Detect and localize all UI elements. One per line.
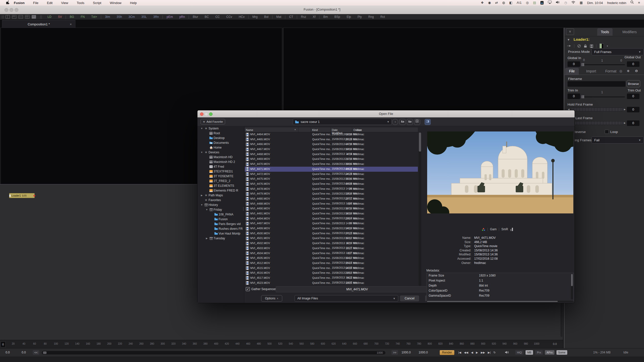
toggle-hiq[interactable]: HiQ — [515, 350, 524, 355]
wifi-icon[interactable] — [571, 0, 575, 6]
global-range-handle[interactable] — [583, 63, 584, 66]
tab-close-icon[interactable]: × — [70, 22, 72, 26]
tab-format[interactable]: Format — [601, 68, 620, 75]
sidebar-item-elements-fred-r[interactable]: Elements FRED R — [197, 188, 244, 193]
tab-file[interactable]: File — [565, 68, 579, 75]
sidebar-item-fusion[interactable]: Fusion — [197, 217, 244, 221]
tool-3Rn[interactable]: 3Rn — [153, 15, 159, 19]
process-mode-dropdown[interactable]: Full Frames▼ — [591, 48, 644, 55]
tool-Blur[interactable]: Blur — [193, 15, 198, 19]
filename-field[interactable] — [567, 81, 626, 87]
play-reverse-button[interactable]: ◀ — [471, 350, 473, 355]
sidebar-item-devices[interactable]: ▼★Devices — [197, 150, 244, 155]
file-row[interactable]: MVI_4468.MOV47,4 MBQuickTime mo...15/08/… — [245, 152, 418, 157]
sidebar-item-friday[interactable]: ▼Friday — [197, 207, 244, 212]
sidebar-item-favorites[interactable]: ★Favorites — [197, 198, 244, 202]
target-icon[interactable]: ◎ — [526, 0, 529, 6]
file-row[interactable]: MVI_4491.MOV183,8 MBQuickTime mo...15/08… — [245, 211, 418, 216]
file-row[interactable]: MVI_4523.MOV118,5 MBQuickTime mo...15/08… — [245, 281, 418, 286]
tool-Txt+[interactable]: Txt+ — [91, 15, 97, 19]
save-icon[interactable] — [590, 44, 593, 48]
toggle-prx[interactable]: Prx — [535, 350, 543, 355]
file-row[interactable]: MVI_4505.MOV104,2 MBQuickTime mo...15/08… — [245, 256, 418, 261]
sidebar-item-system[interactable]: ▼★System — [197, 126, 244, 131]
notification-center-icon[interactable]: ≡ — [638, 0, 640, 6]
menu-script[interactable]: Script — [93, 1, 101, 5]
menu-bar-username[interactable]: frederic robin — [607, 1, 626, 5]
sidebar-item-3t-yosemite[interactable]: 3T YOSEMITE — [197, 174, 244, 178]
trim-out-field[interactable]: 0 — [627, 93, 640, 99]
global-range-handle[interactable] — [582, 63, 583, 66]
tool-3Cm[interactable]: 3Cm — [129, 15, 135, 19]
file-row[interactable]: MVI_4475.MOV153,6 MBQuickTime mo...15/08… — [245, 176, 418, 182]
hold-first-frame-slider[interactable]: ◀▶ — [571, 108, 623, 111]
file-row[interactable]: MVI_4494.MOV239,4 MBQuickTime mo...15/08… — [245, 216, 418, 221]
tool-3Sh[interactable]: 3Sh — [116, 15, 122, 19]
tool-BG[interactable]: BG — [70, 15, 74, 19]
hold-last-frame-slider[interactable]: ◀▶ — [571, 121, 623, 125]
toolbar-grip[interactable] — [2, 15, 4, 19]
global-out-field[interactable]: 0 — [627, 61, 640, 67]
tab-tools[interactable]: Tools — [597, 28, 613, 36]
tool-CCv[interactable]: CCv — [226, 15, 232, 19]
chevron-down-icon[interactable]: ▼ — [567, 38, 570, 41]
file-row[interactable]: MVI_4488.MOV284 MBQuickTime mo...15/08/2… — [245, 201, 418, 206]
sidebar-item-tuesday[interactable]: ▶Tuesday — [197, 236, 244, 241]
volume-icon[interactable] — [556, 0, 560, 6]
cancel-button[interactable]: Cancel — [400, 295, 419, 302]
node-input-socket[interactable] — [9, 195, 11, 197]
trim-range-slider[interactable] — [582, 97, 625, 97]
gamma-toggle[interactable]: Gam — [490, 228, 497, 231]
toolbar-grip[interactable] — [40, 15, 42, 19]
menu-bar-clock[interactable]: Dim. 10:04 — [587, 1, 603, 5]
trim-range-handle[interactable] — [583, 95, 584, 98]
file-row[interactable]: MVI_4517.MOV96,3 MBQuickTime mo...15/08/… — [245, 276, 418, 281]
menu-edit[interactable]: Edit — [47, 1, 53, 5]
adobe-draw-icon[interactable]: A\1 — [517, 0, 522, 6]
hold-first-frame-field[interactable]: 0 — [627, 107, 640, 113]
dark-app-icon[interactable]: ▬ — [540, 1, 544, 5]
dropbox-icon[interactable]: ❖ — [481, 0, 484, 6]
add-favorite-button[interactable]: ★ Add Favorite — [200, 119, 225, 124]
sidebar-item-3textfred1[interactable]: 3TEXTFRED1 — [197, 169, 244, 174]
sidebar-item-root[interactable]: Root — [197, 131, 244, 135]
hold-last-frame-field[interactable]: 0 — [627, 120, 640, 126]
expander-open-icon[interactable]: ▼ — [205, 208, 209, 211]
options-button[interactable]: Options∧ — [261, 295, 282, 302]
lock-app-icon[interactable]: ◧ — [509, 0, 512, 6]
expander-closed-icon[interactable]: ▶ — [200, 194, 204, 197]
sidebar-item-3t-elements[interactable]: 3T ELEMENTS — [197, 183, 244, 188]
file-row[interactable]: MVI_4502.MOV82,9 MBQuickTime mo...15/08/… — [245, 241, 418, 246]
toggle-aprx[interactable]: APrx — [545, 350, 554, 355]
info-tab-icon[interactable]: ❶ — [635, 69, 638, 73]
sidebar-item-path-maps[interactable]: ▶★Path Maps — [197, 193, 244, 198]
global-in-field[interactable]: 0 — [567, 61, 580, 67]
metadata-scrollbar[interactable] — [571, 274, 573, 299]
file-row[interactable]: MVI_4515.MOV143,8 MBQuickTime mo...15/08… — [245, 266, 418, 271]
new-folder-icon[interactable] — [399, 119, 406, 125]
file-row[interactable]: MVI_4516.MOV219,3 MBQuickTime mo...15/08… — [245, 270, 418, 276]
layout-split-top-icon[interactable] — [12, 15, 16, 19]
pin-icon[interactable] — [567, 44, 571, 48]
tool-3Im[interactable]: 3Im — [105, 15, 110, 19]
creative-cloud-icon[interactable]: ◉ — [488, 0, 491, 6]
pause-circle-icon[interactable]: ◍ — [502, 0, 505, 6]
tool-pEm[interactable]: pEm — [167, 15, 173, 19]
file-row[interactable]: MVI_4501.MOV303,2 MBQuickTime mo...15/08… — [245, 236, 418, 241]
sidebar-item-documents[interactable]: Documents — [197, 140, 244, 145]
sidebar-item-paris-berges-vid[interactable]: Paris Berges vid — [197, 221, 244, 226]
range-start-field[interactable]: 0.0 — [6, 351, 10, 354]
go-start-button[interactable]: |◀ — [458, 350, 461, 355]
sidebar-item-rushes-divers-fr[interactable]: Rushes divers FR — [197, 226, 244, 231]
menu-view[interactable]: View — [61, 1, 68, 5]
trim-in-field[interactable]: 0 — [567, 93, 580, 99]
file-row[interactable]: MVI_4466.MOV447,8 MBQuickTime mo...15/08… — [245, 142, 418, 147]
loop-button[interactable]: ↻ — [493, 350, 496, 355]
browse-button[interactable]: Browse — [627, 80, 640, 87]
sort-asc-icon[interactable]: ▴ — [295, 128, 296, 130]
global-range-slider[interactable] — [582, 64, 625, 65]
file-row[interactable]: MVI_4469.MOV217,3 MBQuickTime mo...15/08… — [245, 157, 418, 162]
disable-icon[interactable] — [577, 44, 581, 48]
trim-range-handle[interactable] — [582, 95, 583, 98]
tool-BC[interactable]: BC — [205, 15, 209, 19]
